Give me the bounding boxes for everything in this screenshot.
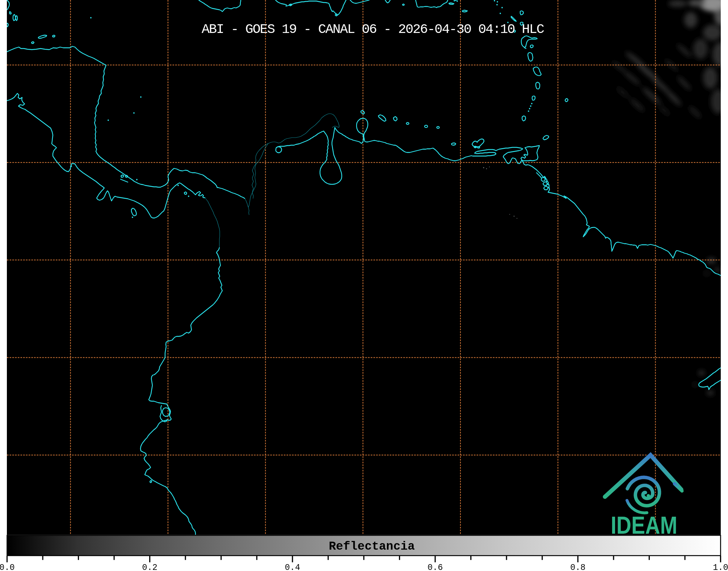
svg-text:0.8: 0.8	[570, 563, 585, 571]
svg-text:0.6: 0.6	[428, 563, 443, 571]
svg-text:Reflectancia: Reflectancia	[329, 540, 415, 553]
svg-text:0.4: 0.4	[285, 563, 300, 571]
svg-text:ABI - GOES 19 - CANAL 06 - 202: ABI - GOES 19 - CANAL 06 - 2026-04-30 04…	[202, 22, 544, 37]
svg-text:0.0: 0.0	[0, 563, 15, 571]
svg-text:1.0: 1.0	[713, 563, 728, 571]
svg-text:0.2: 0.2	[142, 563, 157, 571]
svg-text:IDEAM: IDEAM	[611, 511, 677, 539]
